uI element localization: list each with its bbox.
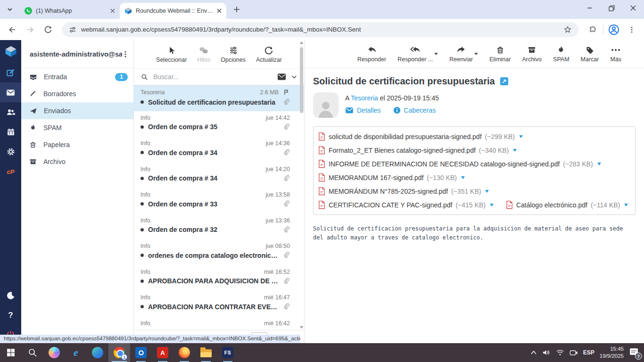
tab-close-icon[interactable]: [217, 8, 222, 13]
mail-icon[interactable]: [0, 82, 21, 102]
edge-icon[interactable]: [87, 343, 108, 362]
attachment-menu-caret-icon[interactable]: [624, 204, 628, 206]
firefox-icon[interactable]: [173, 343, 195, 362]
profile-avatar[interactable]: [606, 22, 621, 37]
chrome-icon[interactable]: [108, 343, 130, 362]
forward-button[interactable]: [23, 22, 38, 37]
address-bar[interactable]: webmail.sanjuan.gob.ec/cpsess5479880491/…: [62, 22, 578, 37]
dark-mode-moon-icon[interactable]: [0, 286, 21, 305]
attachment-item[interactable]: solicitud de disponibilidad presupuestar…: [318, 130, 523, 143]
attachment-item[interactable]: Formato_2_ET Bienes catalogo-signed-sign…: [318, 143, 517, 157]
message-row[interactable]: Infojue 13:36 Orden de compra # 32: [134, 214, 304, 240]
meet-now-icon[interactable]: [570, 349, 578, 356]
message-row[interactable]: Tesoreria2.6 MB Solicitud de certificaci…: [134, 85, 304, 111]
acrobat-icon[interactable]: A: [152, 343, 173, 362]
wifi-icon[interactable]: [556, 349, 564, 356]
tab-close-icon[interactable]: [110, 8, 115, 13]
flag-icon[interactable]: [282, 89, 290, 96]
message-row[interactable]: Infojue 14:42 Orden de compra # 35: [134, 111, 304, 137]
outlook-icon[interactable]: [130, 343, 152, 362]
account-menu-kebab-icon[interactable]: [122, 50, 129, 58]
search-input[interactable]: Buscar...: [153, 73, 272, 81]
attachment-item[interactable]: MEMORANDUM 167-signed.pdf (~130 KB): [318, 171, 465, 184]
more-button[interactable]: Más: [610, 45, 621, 63]
attachment-name[interactable]: Catálogo electrónico.pdf: [516, 201, 587, 209]
message-row[interactable]: Infojue 14:36 Orden de compra # 34: [134, 137, 304, 163]
copilot-icon[interactable]: [43, 343, 65, 362]
minimize-button[interactable]: [579, 0, 601, 16]
cpanel-icon[interactable]: cP: [0, 162, 21, 181]
attachment-item[interactable]: Catálogo electrónico.pdf (~114 KB): [506, 198, 628, 212]
taskbar-search-button[interactable]: [22, 343, 43, 362]
search-bar[interactable]: Buscar...: [134, 68, 304, 85]
spam-button[interactable]: SPAM: [553, 45, 570, 63]
forward-button[interactable]: Reenviar: [449, 45, 473, 63]
attachment-name[interactable]: MEMORÁNDUM N°785-2025-signed.pdf: [329, 188, 448, 195]
extensions-icon[interactable]: [585, 22, 600, 37]
attachment-item[interactable]: INFORME DE DETERMINACION DE NECESIDAD ca…: [318, 157, 601, 171]
reload-button[interactable]: [41, 22, 56, 37]
delete-button[interactable]: Eliminar: [489, 45, 511, 63]
attachment-menu-caret-icon[interactable]: [597, 163, 601, 165]
start-button[interactable]: [0, 343, 22, 362]
search-scope-mail-icon[interactable]: [277, 73, 286, 81]
headers-button[interactable]: Cabeceras: [393, 107, 436, 114]
calendar-icon[interactable]: [0, 122, 21, 142]
browser-menu-kebab-icon[interactable]: [624, 22, 639, 37]
message-row[interactable]: Infojue 13:58 Orden de compra # 33: [134, 188, 304, 214]
attachment-menu-caret-icon[interactable]: [485, 190, 489, 193]
mark-button[interactable]: Marcar: [581, 45, 599, 63]
tab-whatsapp[interactable]: (1) WhatsApp: [20, 3, 120, 19]
fso-app-icon[interactable]: FS: [217, 343, 239, 362]
folder-papelera[interactable]: Papelera: [21, 136, 133, 153]
compose-icon[interactable]: [0, 63, 21, 82]
bookmark-star-icon[interactable]: [563, 25, 572, 34]
folder-borradores[interactable]: Borradores: [21, 85, 133, 102]
attachment-menu-caret-icon[interactable]: [490, 204, 494, 206]
reply-menu-caret-icon[interactable]: [434, 53, 438, 55]
archive-button[interactable]: Archivo: [522, 45, 542, 63]
internet-explorer-icon[interactable]: e: [65, 343, 87, 362]
recipient-link[interactable]: Tesoreria: [351, 94, 378, 102]
restore-button[interactable]: [601, 0, 622, 16]
message-row[interactable]: Infojue 08:50 ordenes de compra catalogo…: [134, 239, 304, 265]
taskbar-clock[interactable]: 15:45 19/9/2025: [600, 346, 624, 360]
search-options-chevron-icon[interactable]: [291, 74, 297, 80]
open-in-new-window-icon[interactable]: [500, 77, 509, 86]
details-button[interactable]: Detalles: [345, 107, 381, 114]
message-row[interactable]: Infomié 16:52 APROBACION PARA ADQUISICIO…: [134, 265, 304, 291]
volume-icon[interactable]: [542, 349, 551, 356]
attachment-name[interactable]: solicitud de disponibilidad presupuestar…: [329, 133, 482, 140]
notification-center-icon[interactable]: 7: [629, 347, 640, 358]
scroll-down-icon[interactable]: [299, 326, 304, 329]
attachment-menu-caret-icon[interactable]: [519, 135, 523, 138]
attachment-name[interactable]: Formato_2_ET Bienes catalogo-signed-sign…: [329, 147, 476, 154]
folder-entrada[interactable]: Entrada 1: [21, 68, 133, 85]
forward-menu-caret-icon[interactable]: [474, 53, 478, 55]
language-indicator[interactable]: ESP: [583, 349, 594, 356]
contacts-icon[interactable]: [0, 102, 21, 122]
attachment-item[interactable]: CERTIFICACION CATE Y PAC-signed.pdf (~41…: [318, 198, 494, 212]
attachment-name[interactable]: MEMORANDUM 167-signed.pdf: [329, 174, 424, 181]
folder-archivo[interactable]: Archivo: [21, 153, 133, 170]
attachment-item[interactable]: MEMORÁNDUM N°785-2025-signed.pdf (~351 K…: [318, 184, 489, 198]
settings-gear-icon[interactable]: [0, 142, 21, 162]
select-button[interactable]: Seleccionar: [156, 46, 187, 63]
attachment-name[interactable]: CERTIFICACION CATE Y PAC-signed.pdf: [329, 201, 452, 209]
message-row[interactable]: Infomié 16:47 APROBACION PARA CONTRATAR …: [134, 291, 304, 317]
attachment-name[interactable]: INFORME DE DETERMINACION DE NECESIDAD ca…: [329, 160, 560, 168]
scrollbar-thumb[interactable]: [300, 47, 303, 113]
close-button[interactable]: [622, 0, 644, 16]
folder-spam[interactable]: SPAM: [21, 119, 133, 136]
reply-all-button[interactable]: Responder ...: [397, 45, 433, 63]
reply-button[interactable]: Responder: [357, 45, 386, 63]
list-scrollbar[interactable]: [299, 41, 304, 329]
scroll-up-icon[interactable]: [299, 41, 304, 44]
url-text[interactable]: webmail.sanjuan.gob.ec/cpsess5479880491/…: [81, 26, 559, 33]
folder-enviados[interactable]: Enviados: [21, 102, 133, 119]
attachment-menu-caret-icon[interactable]: [513, 149, 517, 152]
options-button[interactable]: Opciones: [221, 46, 246, 63]
help-icon[interactable]: ?: [0, 305, 21, 325]
site-settings-icon[interactable]: [69, 26, 76, 33]
refresh-button[interactable]: Actualizar: [256, 46, 282, 63]
